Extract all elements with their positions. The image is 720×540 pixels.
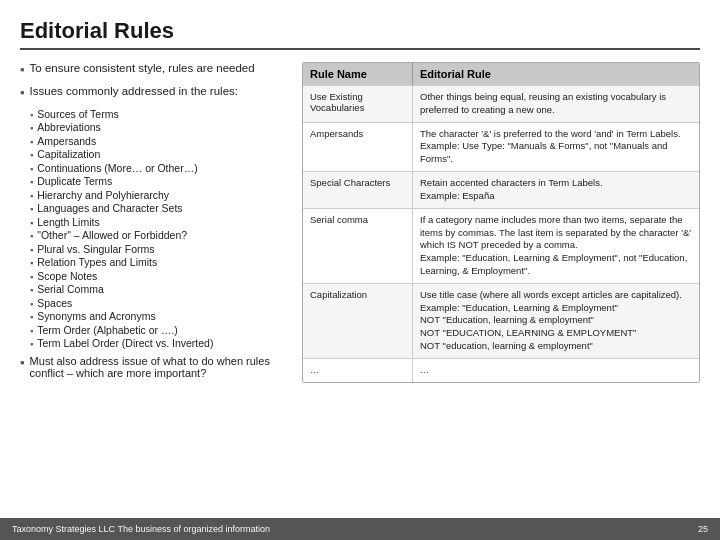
sub-sym: ▪	[30, 191, 33, 201]
sub-item-6: ▪Hierarchy and Polyhierarchy	[30, 189, 290, 201]
sub-sym: ▪	[30, 245, 33, 255]
slide-title: Editorial Rules	[20, 18, 700, 50]
td-rule-name-0: Use Existing Vocabularies	[303, 86, 413, 122]
slide: Editorial Rules ▪ To ensure consistent s…	[0, 0, 720, 540]
bullet-1: ▪ To ensure consistent style, rules are …	[20, 62, 290, 79]
table-header: Rule Name Editorial Rule	[303, 63, 699, 85]
bottom-bar: Taxonomy Strategies LLC The business of …	[0, 518, 720, 540]
sub-sym: ▪	[30, 312, 33, 322]
sub-sym: ▪	[30, 285, 33, 295]
table-row-0: Use Existing VocabulariesOther things be…	[303, 85, 699, 122]
sub-item-2: ▪Ampersands	[30, 135, 290, 147]
sub-item-5: ▪Duplicate Terms	[30, 175, 290, 187]
sub-sym: ▪	[30, 231, 33, 241]
sub-item-7: ▪Languages and Character Sets	[30, 202, 290, 214]
sub-item-1: ▪Abbreviations	[30, 121, 290, 133]
td-rule-name-4: Capitalization	[303, 284, 413, 358]
left-panel: ▪ To ensure consistent style, rules are …	[20, 62, 290, 514]
footer-left: Taxonomy Strategies LLC The business of …	[12, 524, 270, 534]
sub-item-8: ▪Length Limits	[30, 216, 290, 228]
sub-sym: ▪	[30, 339, 33, 349]
sub-sym: ▪	[30, 123, 33, 133]
bullet-2-text: Issues commonly addressed in the rules:	[30, 85, 238, 97]
sub-item-11: ▪Relation Types and Limits	[30, 256, 290, 268]
sub-sym: ▪	[30, 164, 33, 174]
footer-page: 25	[698, 524, 708, 534]
sub-item-17: ▪Term Label Order (Direct vs. Inverted)	[30, 337, 290, 349]
right-panel: Rule Name Editorial Rule Use Existing Vo…	[302, 62, 700, 514]
td-editorial-rule-4: Use title case (where all words except a…	[413, 284, 699, 358]
sub-sym: ▪	[30, 258, 33, 268]
content-area: ▪ To ensure consistent style, rules are …	[20, 62, 700, 514]
th-rule-name: Rule Name	[303, 63, 413, 85]
table-body: Use Existing VocabulariesOther things be…	[303, 85, 699, 382]
th-editorial-rule: Editorial Rule	[413, 63, 699, 85]
sub-item-16: ▪Term Order (Alphabetic or ….)	[30, 324, 290, 336]
sub-list: ▪Sources of Terms▪Abbreviations▪Ampersan…	[30, 108, 290, 350]
bullet-sym-2: ▪	[20, 85, 25, 102]
td-rule-name-1: Ampersands	[303, 123, 413, 171]
td-rule-name-3: Serial comma	[303, 209, 413, 283]
td-editorial-rule-2: Retain accented characters in Term Label…	[413, 172, 699, 208]
sub-sym: ▪	[30, 218, 33, 228]
td-editorial-rule-0: Other things being equal, reusing an exi…	[413, 86, 699, 122]
bullet-1-text: To ensure consistent style, rules are ne…	[30, 62, 255, 74]
sub-sym: ▪	[30, 137, 33, 147]
last-bullet-text: Must also address issue of what to do wh…	[30, 355, 290, 379]
last-bullet: ▪ Must also address issue of what to do …	[20, 355, 290, 379]
td-editorial-rule-3: If a category name includes more than tw…	[413, 209, 699, 283]
td-editorial-rule-5: …	[413, 359, 699, 382]
sub-sym: ▪	[30, 272, 33, 282]
sub-sym: ▪	[30, 299, 33, 309]
sub-item-14: ▪Spaces	[30, 297, 290, 309]
sub-sym: ▪	[30, 150, 33, 160]
last-bullet-sym: ▪	[20, 355, 25, 372]
editorial-table: Rule Name Editorial Rule Use Existing Vo…	[302, 62, 700, 383]
sub-sym: ▪	[30, 326, 33, 336]
td-rule-name-5: …	[303, 359, 413, 382]
td-editorial-rule-1: The character '&' is preferred to the wo…	[413, 123, 699, 171]
sub-item-15: ▪Synonyms and Acronyms	[30, 310, 290, 322]
sub-item-10: ▪Plural vs. Singular Forms	[30, 243, 290, 255]
table-row-1: AmpersandsThe character '&' is preferred…	[303, 122, 699, 171]
sub-item-3: ▪Capitalization	[30, 148, 290, 160]
sub-item-12: ▪Scope Notes	[30, 270, 290, 282]
sub-item-13: ▪Serial Comma	[30, 283, 290, 295]
sub-item-0: ▪Sources of Terms	[30, 108, 290, 120]
sub-item-4: ▪Continuations (More… or Other…)	[30, 162, 290, 174]
sub-sym: ▪	[30, 177, 33, 187]
table-row-4: CapitalizationUse title case (where all …	[303, 283, 699, 358]
table-row-3: Serial commaIf a category name includes …	[303, 208, 699, 283]
bullet-2: ▪ Issues commonly addressed in the rules…	[20, 85, 290, 102]
table-row-2: Special CharactersRetain accented charac…	[303, 171, 699, 208]
bullet-sym-1: ▪	[20, 62, 25, 79]
sub-sym: ▪	[30, 204, 33, 214]
table-row-5: ……	[303, 358, 699, 382]
sub-item-9: ▪"Other" – Allowed or Forbidden?	[30, 229, 290, 241]
sub-sym: ▪	[30, 110, 33, 120]
td-rule-name-2: Special Characters	[303, 172, 413, 208]
